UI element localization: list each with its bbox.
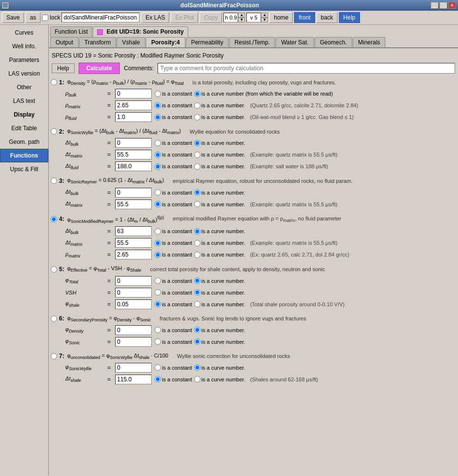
param-input-4-3[interactable]: [115, 250, 152, 259]
param-input-5-3[interactable]: [115, 299, 152, 309]
h-up-button[interactable]: ▲: [238, 13, 245, 18]
tab-color-indicator: [97, 29, 103, 35]
copy-button[interactable]: Copy: [199, 12, 222, 23]
v-up-button[interactable]: ▲: [261, 13, 268, 18]
param-input-1-3[interactable]: [115, 112, 152, 122]
param-row-1-1: ρbulk = is a constant is a curve number …: [65, 89, 456, 99]
formula-radio-3[interactable]: 3:: [51, 178, 64, 184]
sidebar-item-display[interactable]: Display: [0, 108, 48, 121]
formula-radio-input-4[interactable]: [51, 216, 57, 222]
sidebar-item-functions[interactable]: Functions: [0, 149, 48, 162]
home-button[interactable]: home: [269, 12, 293, 23]
front-button[interactable]: front: [294, 12, 315, 23]
minimize-button[interactable]: _: [431, 2, 438, 9]
formula-radio-input-5[interactable]: [51, 266, 57, 273]
sidebar-item-lasversion[interactable]: LAS version: [0, 67, 48, 80]
exlas-button[interactable]: Ex LAS: [141, 12, 169, 23]
subtab-output[interactable]: Output: [50, 37, 79, 47]
help-calc-button[interactable]: Help: [52, 63, 75, 73]
formula-3-desc: empirical Raymer equation, robust for un…: [173, 178, 353, 184]
panel: SPECS UID 19 = Sonic Porosity : Modified…: [49, 48, 458, 476]
maximize-button[interactable]: □: [439, 2, 447, 9]
subtab-vshale[interactable]: Vshale: [117, 37, 145, 47]
tabs-row: Function List Edit UID=19: Sonic Porosit…: [49, 25, 458, 37]
subtab-geomech[interactable]: Geomech.: [315, 37, 352, 47]
lock-checkbox-label[interactable]: lock: [42, 14, 60, 21]
subtab-permeability[interactable]: Permeability: [186, 37, 229, 47]
param-row-1-2: ρmatrix = is a constant is a curve numbe…: [65, 100, 456, 110]
sidebar-item-upscfilt[interactable]: Upsc & Filt: [0, 162, 48, 176]
formula-radio-input-6[interactable]: [51, 316, 57, 322]
subtab-porosity[interactable]: Porosity:4: [146, 37, 185, 47]
comments-input[interactable]: [158, 63, 455, 74]
param-input-4-1[interactable]: [115, 226, 152, 236]
param-row-5-3: φshale = is a constant is a curve number…: [65, 299, 456, 309]
formula-radio-input-1[interactable]: [51, 79, 57, 85]
v-value[interactable]: v 5: [246, 13, 261, 22]
param-input-6-1[interactable]: [115, 325, 152, 335]
formula-radio-4[interactable]: 4:: [51, 216, 64, 222]
tab-edituid-label: Edit UID=19: Sonic Porosity: [106, 28, 183, 35]
param-row-7-1: φSonicWyllie = is a constant is a curve …: [65, 363, 456, 373]
formula-header-6: 6: φSecondaryPorosity = φDensity - φSoni…: [51, 315, 456, 322]
param-input-7-2[interactable]: [115, 375, 152, 384]
param-input-7-1[interactable]: [115, 363, 152, 373]
param-input-4-2[interactable]: [115, 238, 152, 248]
help-button[interactable]: Help: [339, 12, 360, 23]
back-button[interactable]: back: [317, 12, 338, 23]
subtab-resisttemp[interactable]: Resist./Temp.: [229, 37, 276, 47]
param-input-1-2[interactable]: [115, 100, 152, 110]
filename-input[interactable]: dolSandMineralFracPoisson.gl...: [61, 13, 139, 22]
close-button[interactable]: ✕: [448, 2, 456, 9]
subtabs-row: Output Transform Vshale Porosity:4 Perme…: [49, 37, 458, 48]
param-input-3-1[interactable]: [115, 188, 152, 198]
formula-radio-input-2[interactable]: [51, 128, 57, 135]
param-input-5-2[interactable]: [115, 288, 152, 298]
param-row-5-2: VSH = is a constant is a curve number.: [65, 288, 456, 298]
sidebar-item-lastext[interactable]: LAS text: [0, 94, 48, 108]
sidebar-item-edittable[interactable]: Edit Table: [0, 121, 48, 135]
formula-radio-input-7[interactable]: [51, 353, 57, 359]
param-row-7-2: Δtshale = is a constant is a curve numbe…: [65, 375, 456, 384]
sidebar-item-parameters[interactable]: Parameters: [0, 53, 48, 67]
param-input-1-1[interactable]: [115, 89, 152, 99]
h-down-button[interactable]: ▼: [238, 18, 245, 22]
formula-4-text: φSonicModifiedRaymer = 1 - (Δtm / Δtbulk…: [67, 215, 164, 224]
formula-header-1: 1: φDensity = (ρmatrix - ρbulk) / (ρmatr…: [51, 79, 456, 86]
formula-radio-1[interactable]: 1:: [51, 79, 64, 86]
sidebar-item-curves[interactable]: Curves: [0, 26, 48, 40]
formula-radio-input-3[interactable]: [51, 178, 57, 184]
formula-header-2: 2: φSonicWyllie = (Δtbulk - Δtmatrix) / …: [51, 128, 456, 135]
formula-radio-5[interactable]: 5:: [51, 266, 64, 273]
v-down-button[interactable]: ▼: [261, 18, 268, 22]
subtab-minerals[interactable]: Minerals: [353, 37, 385, 47]
formula-section-5: 5: φEffective = φTotal - VSH · φShale co…: [51, 265, 456, 309]
param-input-2-2[interactable]: [115, 150, 152, 159]
param-input-3-2[interactable]: [115, 199, 152, 209]
tab-functionlist[interactable]: Function List: [50, 26, 92, 37]
param-input-2-3[interactable]: [115, 161, 152, 171]
lock-checkbox[interactable]: [42, 15, 48, 21]
save-button[interactable]: Save: [2, 12, 24, 23]
calculate-button[interactable]: Calculate: [79, 62, 120, 74]
formula-section-1: 1: φDensity = (ρmatrix - ρbulk) / (ρmatr…: [51, 79, 456, 122]
sidebar-item-other[interactable]: Other: [0, 80, 48, 94]
param-row-6-1: φDensity = is a constant is a curve numb…: [65, 325, 456, 335]
formula-section-4: 4: φSonicModifiedRaymer = 1 - (Δtm / Δtb…: [51, 215, 456, 260]
explot-button[interactable]: Ex Plot: [171, 12, 198, 23]
as-button[interactable]: as: [25, 12, 40, 23]
formula-header-3: 3: φSonicRaymer = 0.625 (1 - Δtmatrix / …: [51, 177, 456, 184]
formula-7-text: φunconsolidated = φSonicWyllie Δtshale ·…: [67, 353, 168, 360]
formula-radio-2[interactable]: 2:: [51, 128, 64, 135]
subtab-transform[interactable]: Transform: [79, 37, 116, 47]
param-input-2-1[interactable]: [115, 138, 152, 148]
formula-radio-7[interactable]: 7:: [51, 353, 64, 359]
formula-2-desc: Wyllie equation for consolidated rocks: [190, 129, 280, 135]
formula-radio-6[interactable]: 6:: [51, 315, 64, 322]
h-value[interactable]: h 0.9: [223, 13, 238, 22]
param-input-5-1[interactable]: [115, 276, 152, 286]
sidebar-item-wellinfo[interactable]: Well info.: [0, 40, 48, 53]
subtab-watersat[interactable]: Water Sat.: [276, 37, 314, 47]
sidebar-item-geompath[interactable]: Geom. path: [0, 135, 48, 149]
param-input-6-2[interactable]: [115, 337, 152, 347]
